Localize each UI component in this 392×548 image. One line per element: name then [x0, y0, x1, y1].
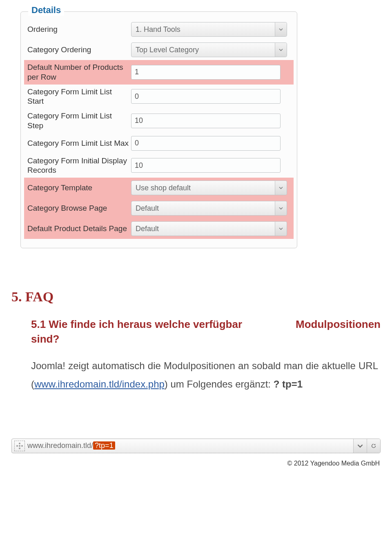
text-input[interactable]: 0: [131, 89, 281, 104]
text-input-value: 10: [135, 116, 143, 125]
field-label: Ordering: [26, 22, 131, 37]
chevron-down-icon: [279, 27, 283, 31]
select-field[interactable]: Default: [131, 201, 287, 216]
text-input-value: 1: [135, 68, 139, 76]
select-field[interactable]: Top Level Category: [131, 42, 287, 57]
form-row: Category Form Initial Display Records10: [24, 154, 294, 178]
text-input[interactable]: 10: [131, 114, 281, 128]
text-input-value: 0: [135, 139, 139, 147]
form-row: Default Number of Products per Row1: [24, 60, 294, 85]
select-field[interactable]: 1. Hand Tools: [131, 22, 287, 37]
form-row: Category Form Limit List Step10: [24, 109, 294, 133]
form-row: Category Browse PageDefault: [24, 198, 294, 218]
select-value: Default: [136, 225, 159, 233]
browser-address-bar[interactable]: www.ihredomain.tld/?tp=1: [11, 439, 381, 453]
field-label: Category Browse Page: [26, 201, 131, 216]
text-input-value: 10: [135, 161, 143, 170]
favicon-placeholder: [14, 441, 25, 451]
fieldset-legend: Details: [28, 5, 64, 16]
form-row: Category Form Limit List Max0: [24, 133, 294, 154]
faq-text-2: ) um Folgendes ergänzt:: [165, 379, 274, 390]
copyright-text: © 2012 Yagendoo Media GmbH: [0, 457, 392, 474]
reload-icon: [371, 443, 376, 449]
faq-subheading-right: Modulpositionen: [296, 317, 381, 347]
select-value: 1. Hand Tools: [136, 25, 180, 34]
field-label: Default Number of Products per Row: [26, 60, 131, 85]
form-row: Category Form Limit List Start0: [24, 85, 294, 109]
field-label: Category Template: [26, 180, 131, 195]
reload-button[interactable]: [367, 439, 380, 453]
text-input[interactable]: 10: [131, 158, 281, 173]
form-row: Category OrderingTop Level Category: [24, 40, 294, 60]
select-field[interactable]: Default: [131, 221, 287, 236]
field-label: Category Form Initial Display Records: [26, 154, 131, 178]
field-label: Category Ordering: [26, 42, 131, 57]
faq-paragraph: Joomla! zeigt automatisch die Modulposit…: [11, 356, 381, 394]
chevron-down-icon: [279, 227, 283, 231]
form-row: Default Product Details PageDefault: [24, 218, 294, 239]
url-query-highlight: ?tp=1: [93, 441, 115, 450]
address-bar-url[interactable]: www.ihredomain.tld/?tp=1: [27, 441, 115, 450]
chevron-down-icon: [279, 186, 283, 190]
faq-subheading: 5.1 Wie finde ich heraus welche verfügba…: [11, 317, 381, 347]
select-value: Top Level Category: [136, 46, 199, 54]
field-label: Default Product Details Page: [26, 221, 131, 236]
field-label: Category Form Limit List Start: [26, 85, 131, 109]
chevron-down-icon: [279, 48, 283, 52]
form-row: Ordering1. Hand Tools: [24, 19, 294, 40]
faq-query-string: ? tp=1: [274, 379, 303, 390]
url-host: www.ihredomain.tld: [27, 441, 91, 450]
text-input[interactable]: 0: [131, 136, 281, 151]
select-toggle[interactable]: [275, 43, 287, 57]
select-value: Use shop default: [136, 184, 191, 192]
details-fieldset: Details Ordering1. Hand ToolsCategory Or…: [20, 11, 297, 248]
field-label: Category Form Limit List Step: [26, 109, 131, 133]
text-input-value: 0: [135, 92, 139, 101]
url-link[interactable]: www.ihredomain.tld/index.php: [34, 379, 165, 390]
form-row: Category TemplateUse shop default: [24, 178, 294, 198]
select-toggle[interactable]: [275, 22, 287, 36]
faq-heading: 5. FAQ: [11, 289, 381, 305]
select-toggle[interactable]: [275, 201, 287, 215]
select-toggle[interactable]: [275, 181, 287, 195]
history-dropdown-button[interactable]: [353, 439, 367, 453]
text-input[interactable]: 1: [131, 65, 281, 80]
select-value: Default: [136, 204, 159, 213]
chevron-down-icon: [357, 443, 363, 449]
chevron-down-icon: [279, 206, 283, 210]
faq-subheading-left: 5.1 Wie finde ich heraus welche verfügba…: [31, 317, 264, 347]
select-field[interactable]: Use shop default: [131, 180, 287, 195]
field-label: Category Form Limit List Max: [26, 136, 131, 151]
select-toggle[interactable]: [275, 222, 287, 236]
